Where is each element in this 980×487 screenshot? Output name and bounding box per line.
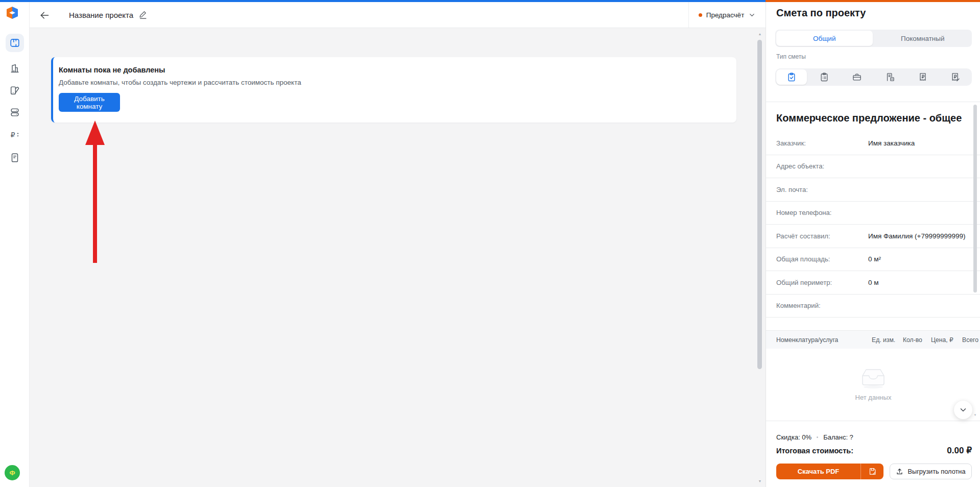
panel-scrollbar-thumb[interactable] — [973, 105, 977, 293]
items-table-empty-state: Нет данных — [766, 348, 980, 421]
ruble-sort-icon: ₽ — [9, 129, 20, 140]
empty-card-title: Комнаты пока не добавлены — [59, 66, 736, 74]
app-logo-icon[interactable] — [5, 5, 20, 20]
no-data-text: Нет данных — [766, 394, 980, 401]
form-row-customer[interactable]: Заказчик: Имя заказчика — [766, 132, 980, 155]
scroll-to-bottom-button[interactable] — [954, 401, 972, 419]
form-row-total-perimeter[interactable]: Общий периметр: 0 м — [766, 271, 980, 295]
annotation-arrow-head — [85, 120, 105, 145]
clipboard-check-icon — [786, 72, 797, 82]
estimate-form: Заказчик: Имя заказчика Адрес объекта: Э… — [766, 132, 980, 318]
svg-text:₽: ₽ — [11, 131, 15, 139]
separator-dot — [817, 436, 818, 438]
annotation-arrow-shaft — [93, 144, 97, 263]
empty-card-description: Добавьте комнаты, чтобы создать чертежи … — [59, 79, 736, 86]
save-file-icon — [861, 464, 883, 479]
topbar: Название проекта Предрасчёт — [30, 2, 766, 28]
avatar-letter: Ф — [9, 469, 15, 477]
balance-text: Баланс: ? — [823, 433, 853, 441]
main-scrollbar-thumb[interactable] — [757, 40, 762, 369]
estimate-panel: Смета по проекту Общий Покомнатный Тип с… — [766, 2, 980, 487]
estimate-type-invoice-calculation[interactable] — [875, 69, 905, 85]
estimate-type-selector — [775, 68, 972, 86]
status-dot — [699, 13, 702, 17]
receipt-calculator-icon — [885, 72, 895, 82]
items-table-header: Номенклатура/услуга Ед. изм. Кол-во Цена… — [766, 330, 980, 349]
upload-icon — [896, 468, 903, 475]
scroll-up-icon[interactable]: ▲ — [757, 32, 762, 36]
briefcase-icon — [852, 72, 862, 82]
tab-general[interactable]: Общий — [776, 31, 873, 46]
materials-swatch-icon — [9, 85, 20, 96]
main-canvas: Комнаты пока не добавлены Добавьте комна… — [30, 28, 766, 487]
estimate-type-works[interactable] — [842, 69, 872, 85]
sidebar-item-building[interactable] — [6, 59, 24, 78]
total-cost-label: Итоговая стоимость: — [776, 447, 853, 455]
sidebar-item-equipment[interactable] — [6, 103, 24, 121]
form-row-phone[interactable]: Номер телефона: — [766, 202, 980, 225]
rooms-empty-card: Комнаты пока не добавлены Добавьте комна… — [51, 57, 736, 123]
receipt-ruble-edit-icon — [950, 72, 961, 82]
column-quantity: Кол-во — [903, 336, 922, 344]
estimate-scope-tabs: Общий Покомнатный — [775, 30, 972, 47]
form-row-author[interactable]: Расчёт составил: Имя Фамилия (+799999999… — [766, 225, 980, 248]
form-row-address[interactable]: Адрес объекта: — [766, 155, 980, 179]
arrow-left-icon — [39, 10, 50, 20]
receipt-ruble-icon — [918, 72, 928, 82]
edit-project-name-icon[interactable] — [138, 10, 148, 19]
chevron-down-icon — [748, 11, 756, 19]
column-price: Цена, ₽ — [931, 336, 953, 344]
estimate-heading: Коммерческое предложение - общее — [776, 112, 962, 124]
clipboard-list-icon — [819, 72, 829, 82]
project-title: Название проекта — [69, 11, 133, 19]
back-button[interactable] — [38, 9, 51, 22]
estimate-type-commercial-offer[interactable] — [776, 69, 807, 85]
total-cost-value: 0.00 ₽ — [947, 445, 972, 456]
status-dropdown[interactable]: Предрасчёт — [688, 2, 766, 28]
estimate-type-label: Тип сметы — [776, 53, 806, 60]
panel-scroll-down-icon[interactable]: ▼ — [973, 413, 977, 417]
column-unit: Ед. изм. — [872, 336, 895, 344]
sidebar: ₽ Ф — [0, 2, 30, 487]
sidebar-item-materials[interactable] — [6, 81, 24, 100]
download-pdf-button[interactable]: Скачать PDF — [776, 464, 883, 479]
empty-inbox-icon — [862, 369, 885, 389]
sidebar-item-documents[interactable] — [6, 149, 24, 167]
form-row-total-area[interactable]: Общая площадь: 0 м² — [766, 248, 980, 272]
estimate-type-invoice-ruble[interactable] — [907, 69, 938, 85]
estimate-type-specification[interactable] — [809, 69, 840, 85]
sidebar-item-pricing[interactable]: ₽ — [6, 126, 24, 144]
panel-header-divider — [766, 102, 980, 102]
export-canvases-button[interactable]: Выгрузить полотна — [890, 464, 972, 479]
document-icon — [9, 152, 20, 163]
scroll-down-icon[interactable]: ▼ — [757, 479, 762, 483]
status-label: Предрасчёт — [706, 11, 745, 19]
main-scrollbar[interactable]: ▲ ▼ — [757, 28, 762, 487]
equipment-stack-icon — [9, 107, 20, 118]
estimate-type-invoice-edit[interactable] — [940, 69, 971, 85]
form-row-comment[interactable]: Комментарий: — [766, 295, 980, 318]
add-room-button[interactable]: Добавить комнату — [59, 93, 120, 112]
app-root: ₽ Ф — [0, 0, 980, 487]
column-nomenclature: Номенклатура/услуга — [776, 336, 838, 344]
tab-by-room[interactable]: Покомнатный — [875, 31, 971, 46]
floor-plan-icon — [9, 37, 20, 48]
panel-title: Смета по проекту — [776, 7, 866, 19]
sidebar-item-floor-plan[interactable] — [6, 34, 24, 52]
column-total: Всего — [962, 336, 978, 344]
user-avatar[interactable]: Ф — [5, 465, 20, 480]
building-icon — [9, 63, 20, 74]
chevron-down-icon — [959, 405, 968, 415]
estimate-footer: Скидка: 0% Баланс: ? Итоговая стоимость:… — [766, 421, 980, 487]
form-row-email[interactable]: Эл. почта: — [766, 178, 980, 202]
discount-text: Скидка: 0% — [776, 433, 811, 441]
